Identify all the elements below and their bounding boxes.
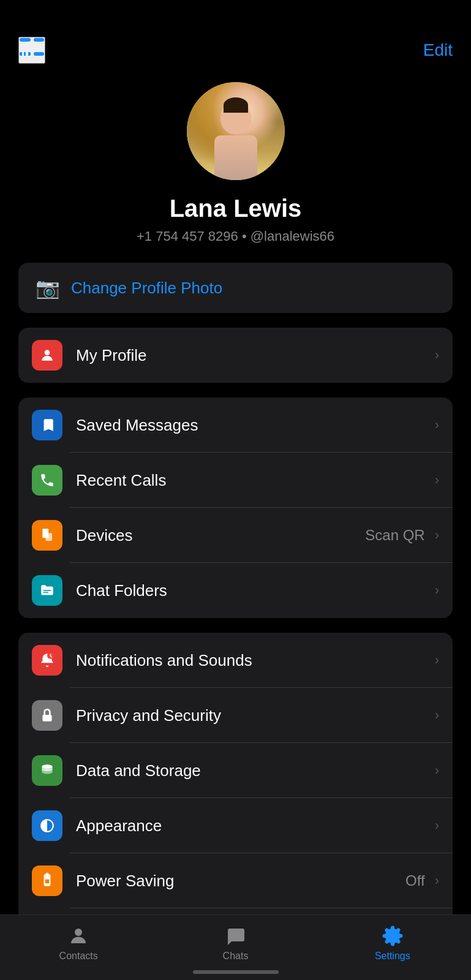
svg-point-15 xyxy=(75,929,82,936)
qr-square-2 xyxy=(34,38,45,42)
menu-section-settings: Notifications and Sounds › Privacy and S… xyxy=(18,633,453,963)
devices-chevron: › xyxy=(435,527,439,543)
chat-folders-label: Chat Folders xyxy=(76,581,430,600)
my-profile-icon xyxy=(32,340,62,371)
devices-label: Devices xyxy=(76,526,365,545)
contacts-tab-label: Contacts xyxy=(59,951,98,962)
person-body xyxy=(214,135,257,180)
camera-icon: 📷 xyxy=(36,276,60,300)
power-saving-chevron: › xyxy=(435,873,439,889)
svg-rect-4 xyxy=(43,592,49,593)
data-storage-label: Data and Storage xyxy=(76,761,430,780)
svg-rect-11 xyxy=(45,875,50,880)
saved-messages-icon xyxy=(32,410,62,440)
saved-messages-label: Saved Messages xyxy=(76,416,430,435)
appearance-icon xyxy=(32,810,62,841)
svg-rect-6 xyxy=(42,715,51,722)
person-head xyxy=(220,100,251,134)
menu-item-notifications[interactable]: Notifications and Sounds › xyxy=(18,633,453,688)
power-saving-icon xyxy=(32,865,62,896)
power-saving-value: Off xyxy=(405,872,425,889)
menu-item-recent-calls[interactable]: Recent Calls › xyxy=(18,453,453,508)
devices-value: Scan QR xyxy=(365,527,424,544)
my-profile-label: My Profile xyxy=(76,346,430,365)
chat-folders-icon xyxy=(32,575,62,606)
svg-rect-12 xyxy=(46,873,48,875)
home-indicator xyxy=(193,970,279,974)
data-storage-chevron: › xyxy=(435,763,439,778)
menu-section-main: Saved Messages › Recent Calls › Devices … xyxy=(18,398,453,618)
svg-rect-2 xyxy=(46,533,52,541)
change-profile-photo-button[interactable]: 📷 Change Profile Photo xyxy=(18,263,453,313)
chat-folders-chevron: › xyxy=(435,582,439,598)
edit-button[interactable]: Edit xyxy=(423,40,453,60)
avatar[interactable] xyxy=(187,82,285,180)
avatar-person xyxy=(208,100,263,180)
devices-icon xyxy=(32,520,62,551)
qr-square-3 xyxy=(20,52,31,56)
qr-square-4 xyxy=(34,52,45,56)
privacy-chevron: › xyxy=(435,707,439,723)
person-hair xyxy=(224,97,248,113)
menu-item-power-saving[interactable]: Power Saving Off › xyxy=(18,853,453,908)
notifications-chevron: › xyxy=(435,652,439,668)
appearance-label: Appearance xyxy=(76,816,430,835)
privacy-icon xyxy=(32,700,62,731)
menu-item-data-storage[interactable]: Data and Storage › xyxy=(18,743,453,798)
menu-item-my-profile[interactable]: My Profile › xyxy=(18,328,453,383)
recent-calls-label: Recent Calls xyxy=(76,471,430,490)
header: Edit xyxy=(0,0,471,76)
recent-calls-icon xyxy=(32,465,62,496)
change-photo-label: Change Profile Photo xyxy=(71,279,222,298)
power-saving-label: Power Saving xyxy=(76,872,405,891)
menu-item-devices[interactable]: Devices Scan QR › xyxy=(18,508,453,563)
recent-calls-chevron: › xyxy=(435,472,439,488)
qr-square-1 xyxy=(20,38,31,42)
svg-point-0 xyxy=(45,350,50,355)
tab-contacts[interactable]: Contacts xyxy=(0,925,157,962)
qr-code-button[interactable] xyxy=(18,37,45,64)
menu-section-profile: My Profile › xyxy=(18,328,453,383)
notifications-icon xyxy=(32,645,62,676)
profile-section: Lana Lewis +1 754 457 8296 • @lanalewis6… xyxy=(0,76,471,263)
tab-chats[interactable]: Chats xyxy=(157,925,314,962)
menu-item-saved-messages[interactable]: Saved Messages › xyxy=(18,398,453,453)
chats-tab-label: Chats xyxy=(223,951,249,962)
menu-item-appearance[interactable]: Appearance › xyxy=(18,798,453,853)
menu-item-chat-folders[interactable]: Chat Folders › xyxy=(18,563,453,618)
menu-item-privacy[interactable]: Privacy and Security › xyxy=(18,688,453,743)
tab-settings[interactable]: Settings xyxy=(314,925,471,962)
data-storage-icon xyxy=(32,755,62,786)
privacy-label: Privacy and Security xyxy=(76,706,430,725)
saved-messages-chevron: › xyxy=(435,417,439,433)
contacts-tab-icon xyxy=(67,925,89,947)
svg-rect-3 xyxy=(43,590,51,591)
settings-tab-label: Settings xyxy=(375,951,410,962)
chats-tab-icon xyxy=(224,925,246,947)
settings-tab-icon xyxy=(382,925,404,947)
avatar-image xyxy=(187,82,285,180)
my-profile-chevron: › xyxy=(435,347,439,363)
notifications-label: Notifications and Sounds xyxy=(76,651,430,670)
profile-name: Lana Lewis xyxy=(170,195,302,222)
appearance-chevron: › xyxy=(435,818,439,834)
profile-info: +1 754 457 8296 • @lanalewis66 xyxy=(137,228,334,244)
